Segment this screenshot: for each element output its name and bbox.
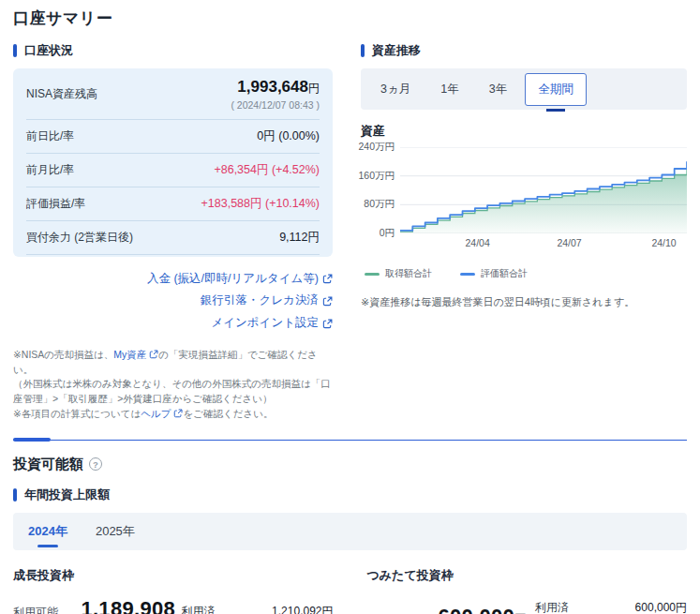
asset-chart-svg xyxy=(400,147,687,233)
table-row: 前月比/率 +86,354円 (+4.52%) xyxy=(26,154,320,187)
asset-chart-column: 資産推移 3ヵ月 1年 3年 全期間 資産 0円80万円160万円240万円 2… xyxy=(361,29,687,309)
asset-transition-header: 資産推移 xyxy=(361,42,687,59)
account-status-column: 口座状況 NISA資産残高 1,993,648円 ( 2024/12/07 08… xyxy=(13,29,333,422)
bank-debit-link[interactable]: 銀行引落・クレカ決済 xyxy=(13,290,333,312)
legend-label: 取得額合計 xyxy=(385,267,432,280)
chart-legend: 取得額合計 評価額合計 xyxy=(365,267,687,280)
annual-limit-header: 年間投資上限額 xyxy=(13,487,687,503)
balance-row: NISA資産残高 1,993,648円 ( 2024/12/07 08:43 ) xyxy=(26,70,320,120)
chart-plot-area: 0円80万円160万円240万円 xyxy=(361,147,687,233)
account-status-header: 口座状況 xyxy=(13,42,333,59)
y-tick-label: 240万円 xyxy=(358,141,395,154)
quick-links: 入金 (振込/即時/リアルタイム等) 銀行引落・クレカ決済 メインポイント設定 xyxy=(13,268,333,335)
footnote-text: ※各項目の計算式については xyxy=(13,408,141,419)
chart-title: 資産 xyxy=(361,123,687,140)
available-label: 利用可能残 xyxy=(13,605,66,614)
asset-chart: 0円80万円160万円240万円 24/0424/0724/10 取得額合計 評… xyxy=(361,147,687,309)
deposit-link-label: 入金 (振込/即時/リアルタイム等) xyxy=(147,268,319,291)
divider-line xyxy=(13,440,687,441)
external-link-icon xyxy=(322,319,333,329)
balance-value-block: 1,993,648円 ( 2024/12/07 08:43 ) xyxy=(231,79,320,111)
y-tick-label: 0円 xyxy=(380,227,395,240)
footnote-text: （外国株式は米株のみ対象となり、その他の外国株式の売却損益は「口座管理」>「取引… xyxy=(13,378,331,404)
row-value: +86,354円 (+4.52%) xyxy=(214,162,320,178)
row-label: 前日比/率 xyxy=(26,128,74,144)
quota-side-table: 利用済600,000円 利用可能枠1,200,000円 xyxy=(535,597,687,614)
used-value: 600,000円 xyxy=(614,600,687,614)
quota-panels: 成長投資枠 利用可能残 1,189,908円 利用済1,210,092円 利用可… xyxy=(13,567,687,614)
balance-label: NISA資産残高 xyxy=(26,86,97,102)
quota-main-row: 利用可能残 600,000円 利用済600,000円 利用可能枠1,200,00… xyxy=(367,597,688,614)
tsumitate-quota-panel: つみたて投資枠 利用可能残 600,000円 利用済600,000円 利用可能枠… xyxy=(367,567,688,614)
investable-header: 投資可能額 ? xyxy=(13,456,687,473)
tab-1year[interactable]: 1年 xyxy=(428,74,470,105)
used-row: 利用済600,000円 xyxy=(535,600,687,614)
y-tick-label: 80万円 xyxy=(364,198,395,211)
row-label: 前月比/率 xyxy=(26,162,74,178)
used-value: 1,210,092円 xyxy=(261,604,334,614)
tab-3months[interactable]: 3ヵ月 xyxy=(368,74,423,105)
legend-swatch-green xyxy=(365,273,380,276)
growth-quota-panel: 成長投資枠 利用可能残 1,189,908円 利用済1,210,092円 利用可… xyxy=(13,567,334,614)
y-axis-labels: 0円80万円160万円240万円 xyxy=(361,147,400,233)
table-row: 前日比/率 0円 (0.00%) xyxy=(26,120,320,154)
quota-available: 利用可能残 600,000円 xyxy=(367,605,528,614)
main-point-settings-link-label: メインポイント設定 xyxy=(211,312,319,335)
available-value: 1,189,908円 xyxy=(81,597,181,614)
external-link-icon xyxy=(173,409,183,418)
main-point-settings-link[interactable]: メインポイント設定 xyxy=(13,312,333,335)
external-link-icon xyxy=(322,274,333,284)
top-columns: 口座状況 NISA資産残高 1,993,648円 ( 2024/12/07 08… xyxy=(13,29,687,422)
acquisition-area xyxy=(400,170,687,233)
section-divider xyxy=(13,435,687,441)
row-label: 評価損益/率 xyxy=(26,196,85,212)
tab-3years[interactable]: 3年 xyxy=(477,74,519,105)
help-icon[interactable]: ? xyxy=(89,457,102,471)
external-link-icon xyxy=(149,350,158,359)
external-link-icon xyxy=(322,296,333,307)
divider-accent xyxy=(13,438,51,442)
section-accent-bar xyxy=(13,488,17,502)
row-value: +183,588円 (+10.14%) xyxy=(201,196,320,212)
quota-title: 成長投資枠 xyxy=(13,567,334,584)
footnote-text: をご確認ください。 xyxy=(183,408,273,419)
x-axis-labels: 24/0424/0724/10 xyxy=(400,237,687,252)
y-tick-label: 160万円 xyxy=(358,170,395,183)
legend-acquisition-total[interactable]: 取得額合計 xyxy=(365,267,432,280)
bank-debit-link-label: 銀行引落・クレカ決済 xyxy=(201,290,319,312)
table-row: 評価損益/率 +183,588円 (+10.14%) xyxy=(26,187,320,221)
quota-side-table: 利用済1,210,092円 利用可能枠2,400,000円 xyxy=(182,601,334,614)
table-row: 買付余力 (2営業日後) 9,112円 xyxy=(26,221,320,255)
used-row: 利用済1,210,092円 xyxy=(182,604,334,614)
tab-2025[interactable]: 2025年 xyxy=(96,513,135,550)
row-value: 0円 (0.00%) xyxy=(257,128,320,144)
quota-main-row: 利用可能残 1,189,908円 利用済1,210,092円 利用可能枠2,40… xyxy=(13,597,334,614)
account-status-panel: NISA資産残高 1,993,648円 ( 2024/12/07 08:43 )… xyxy=(13,68,333,257)
quota-title: つみたて投資枠 xyxy=(367,567,688,584)
account-status-title: 口座状況 xyxy=(24,42,73,59)
x-tick-label: 24/10 xyxy=(651,237,676,248)
balance-timestamp: ( 2024/12/07 08:43 ) xyxy=(231,99,320,111)
deposit-link[interactable]: 入金 (振込/即時/リアルタイム等) xyxy=(13,268,333,291)
section-accent-bar xyxy=(361,44,365,57)
tab-2024[interactable]: 2024年 xyxy=(28,513,67,550)
help-link[interactable]: ヘルプ xyxy=(141,408,171,419)
x-tick-label: 24/07 xyxy=(557,237,581,248)
account-summary-page: 口座サマリー 口座状況 NISA資産残高 1,993,648円 ( 2024/1… xyxy=(0,0,700,614)
footnotes: ※NISAの売却損益は、My資産 の「実現損益詳細」でご確認ください。 （外国株… xyxy=(13,348,333,422)
footnote-text: ※NISAの売却損益は、 xyxy=(13,349,113,360)
used-label: 利用済 xyxy=(535,600,569,614)
legend-swatch-blue xyxy=(460,273,475,276)
annual-limit-title: 年間投資上限額 xyxy=(24,487,110,503)
chart-update-note: ※資産推移は毎週最終営業日の翌日4時頃に更新されます。 xyxy=(361,295,687,309)
page-title: 口座サマリー xyxy=(13,7,687,29)
used-label: 利用済 xyxy=(182,604,216,614)
balance-value: 1,993,648円 xyxy=(237,78,320,96)
tab-all-period[interactable]: 全期間 xyxy=(525,73,587,106)
legend-valuation-total[interactable]: 評価額合計 xyxy=(460,267,528,280)
balance-unit: 円 xyxy=(308,82,320,95)
x-tick-label: 24/04 xyxy=(465,237,489,248)
available-value: 600,000円 xyxy=(439,605,528,614)
section-accent-bar xyxy=(13,44,17,57)
my-assets-link[interactable]: My資産 xyxy=(113,349,146,360)
